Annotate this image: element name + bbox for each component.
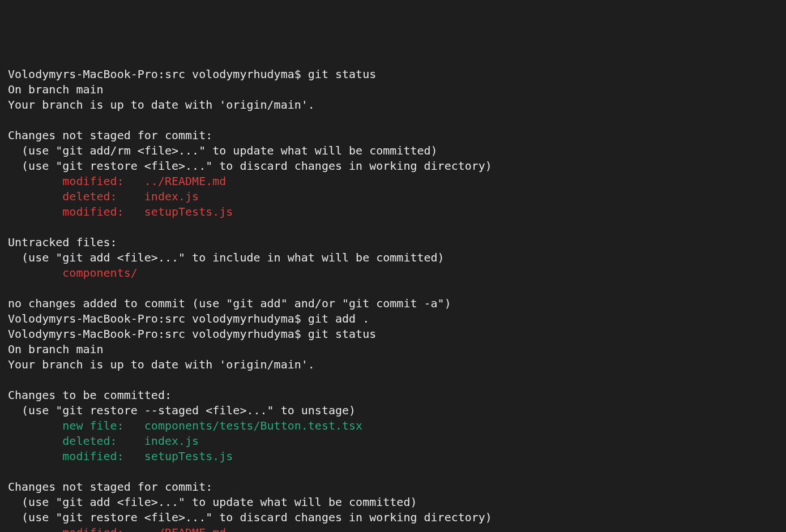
- file-indent: [8, 266, 62, 280]
- command-text: git status: [308, 67, 376, 81]
- file-path: index.js: [144, 190, 199, 203]
- file-status: modified:: [62, 174, 144, 188]
- prompt: Volodymyrs-MacBook-Pro:src volodymyrhudy…: [8, 327, 308, 341]
- hint-text: (use "git restore <file>..." to discard …: [8, 159, 492, 173]
- hint-text: (use "git add <file>..." to include in w…: [8, 251, 445, 264]
- hint-text: (use "git add <file>..." to update what …: [8, 495, 417, 509]
- file-indent: [8, 205, 62, 218]
- hint-text: (use "git restore <file>..." to discard …: [8, 510, 492, 524]
- section-header: Changes not staged for commit:: [8, 128, 212, 142]
- file-status: modified:: [62, 526, 144, 532]
- branch-info: On branch main: [8, 83, 104, 96]
- file-indent: [8, 526, 62, 532]
- file-indent: [8, 190, 62, 203]
- sync-status: Your branch is up to date with 'origin/m…: [8, 358, 315, 371]
- prompt: Volodymyrs-MacBook-Pro:src volodymyrhudy…: [8, 67, 308, 81]
- file-indent: [8, 419, 62, 432]
- file-path: setupTests.js: [144, 449, 233, 463]
- prompt: Volodymyrs-MacBook-Pro:src volodymyrhudy…: [8, 312, 308, 325]
- file-status: deleted:: [62, 434, 144, 448]
- file-status: new file:: [62, 419, 144, 432]
- command-text: git add .: [308, 312, 369, 325]
- terminal-output[interactable]: Volodymyrs-MacBook-Pro:src volodymyrhudy…: [8, 67, 778, 532]
- file-path: ../README.md: [144, 174, 227, 188]
- hint-text: (use "git restore --staged <file>..." to…: [8, 404, 356, 417]
- section-header: Changes not staged for commit:: [8, 480, 212, 494]
- file-indent: [8, 174, 62, 188]
- file-path: setupTests.js: [144, 205, 233, 218]
- file-path: components/: [62, 266, 137, 280]
- section-header: Changes to be committed:: [8, 388, 172, 402]
- file-status: modified:: [62, 205, 144, 218]
- hint-text: (use "git add/rm <file>..." to update wh…: [8, 144, 438, 157]
- branch-info: On branch main: [8, 342, 104, 356]
- file-path: ../README.md: [144, 526, 227, 532]
- file-indent: [8, 434, 62, 448]
- file-path: index.js: [144, 434, 199, 448]
- section-header: Untracked files:: [8, 235, 117, 249]
- file-indent: [8, 449, 62, 463]
- command-text: git status: [308, 327, 376, 341]
- sync-status: Your branch is up to date with 'origin/m…: [8, 98, 315, 111]
- file-status: modified:: [62, 449, 144, 463]
- summary-text: no changes added to commit (use "git add…: [8, 297, 451, 310]
- file-status: deleted:: [62, 190, 144, 203]
- file-path: components/tests/Button.test.tsx: [144, 419, 362, 432]
